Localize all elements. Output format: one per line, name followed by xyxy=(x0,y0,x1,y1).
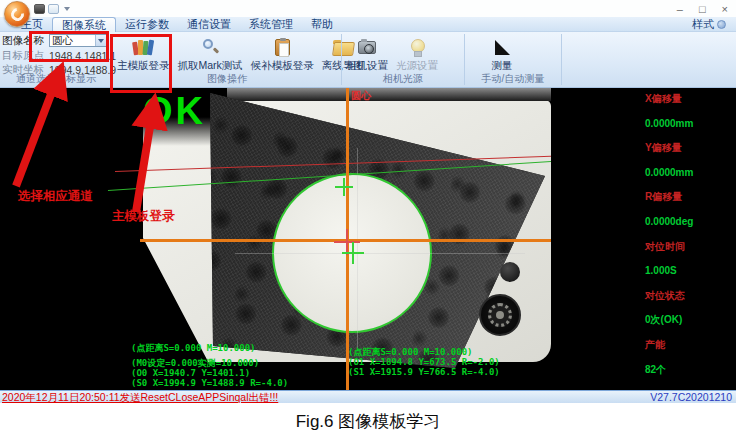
offset-y-label: Y偏移量 xyxy=(645,142,735,167)
page-shortcut-icon[interactable] xyxy=(48,4,59,14)
overlay-line: (点距离S=0.000 M=10.000) xyxy=(348,347,500,357)
camera-shortcut-icon[interactable] xyxy=(34,4,45,14)
ribbon-tab-row: 主页 图像系统 运行参数 通信设置 系统管理 帮助 样式 xyxy=(0,17,736,32)
style-label: 样式 xyxy=(692,17,714,32)
qat-dropdown-caret-icon[interactable] xyxy=(64,7,70,11)
bulb-icon xyxy=(411,36,423,58)
throughput-value: 82个 xyxy=(645,364,735,389)
align-status-label: 对位状态 xyxy=(645,290,735,315)
measure-button[interactable]: 测量 xyxy=(479,33,525,75)
fixture-knob-small xyxy=(500,262,520,282)
maximize-button[interactable]: □ xyxy=(699,4,706,15)
overlay-line: (S1 X=1915.9 Y=766.5 R=-4.0) xyxy=(348,367,500,377)
channel-name-overlay: 圆心 xyxy=(351,89,371,103)
measurement-panel: X偏移量 0.0000mm Y偏移量 0.0000mm R偏移量 0.0000d… xyxy=(645,93,735,388)
offset-x-label: X偏移量 xyxy=(645,93,735,118)
offset-r-value: 0.0000deg xyxy=(645,216,735,241)
offset-r-label: R偏移量 xyxy=(645,191,735,216)
figure-caption: Fig.6 图像模板学习 xyxy=(0,403,736,440)
status-bar: 2020年12月11日20:50:11发送ResetCLoseAPPSinqal… xyxy=(0,390,736,403)
annotation-box-template xyxy=(110,34,172,93)
quick-access-toolbar xyxy=(34,3,70,15)
tab-help[interactable]: 帮助 xyxy=(302,17,342,32)
annotation-template-note: 主模板登录 xyxy=(112,208,175,225)
window-controls: – □ × xyxy=(677,4,728,15)
tab-system-management[interactable]: 系统管理 xyxy=(240,17,302,32)
light-settings-button[interactable]: 光源设置 xyxy=(392,33,442,75)
camera-viewport: OK 圆心 (点距离S=0.000 M=10.000) (M0设定=0.000实… xyxy=(85,88,551,390)
camera-light-group: 相机设置 光源设置 相机光源 xyxy=(342,32,464,87)
throughput-label: 产能 xyxy=(645,339,735,364)
orb-swirl-icon xyxy=(8,5,26,23)
style-menu-button[interactable]: 样式 xyxy=(692,17,726,32)
offset-y-value: 0.0000mm xyxy=(645,167,735,192)
main-area: OK 圆心 (点距离S=0.000 M=10.000) (M0设定=0.000实… xyxy=(0,88,736,390)
gray-guide-horizontal xyxy=(235,253,525,254)
overlay-line: (O1 X=1894.8 Y=673.5 R=-2.0) xyxy=(348,357,500,367)
align-status-value: 0次(OK) xyxy=(645,314,735,339)
tab-image-system[interactable]: 图像系统 xyxy=(52,17,116,32)
annotation-channel-note: 选择相应通道 xyxy=(18,188,93,205)
magnifier-icon xyxy=(201,36,219,58)
green-cross-marker xyxy=(342,242,364,264)
caption-text: Fig.6 图像模板学习 xyxy=(296,410,441,433)
style-icon xyxy=(717,20,726,29)
app-menu-orb[interactable] xyxy=(4,1,30,27)
minimize-button[interactable]: – xyxy=(677,4,683,15)
overlay-line: (点距离S=0.000 M=10.000) xyxy=(131,343,288,353)
tab-communication[interactable]: 通信设置 xyxy=(178,17,240,32)
left-overlay-readout: (点距离S=0.000 M=10.000) (M0设定=0.000实测=10.0… xyxy=(131,343,288,388)
title-bar: – □ × xyxy=(0,0,736,17)
ruler-icon xyxy=(495,36,510,58)
group-label-measure: 手动/自动测量 xyxy=(465,72,561,86)
align-time-label: 对位时间 xyxy=(645,241,735,266)
tab-run-parameters[interactable]: 运行参数 xyxy=(116,17,178,32)
backup-template-login-button[interactable]: 候补模板登录 xyxy=(247,33,318,75)
measure-group: 测量 手动/自动测量 xyxy=(465,32,561,87)
application-window: – □ × 主页 图像系统 运行参数 通信设置 系统管理 帮助 样式 图像名称 … xyxy=(0,0,736,440)
align-time-value: 1.000S xyxy=(645,265,735,290)
close-button[interactable]: × xyxy=(722,4,728,15)
group-separator xyxy=(561,34,562,85)
result-ok-text: OK xyxy=(143,90,206,132)
grab-mark-test-button[interactable]: 抓取Mark测试 xyxy=(174,33,247,75)
group-label-camera-light: 相机光源 xyxy=(342,72,464,86)
group-label-channel: 通道选择坐标显示 xyxy=(0,72,112,86)
annotation-box-channel xyxy=(29,31,109,62)
clipboard-icon xyxy=(275,36,290,58)
offset-x-value: 0.0000mm xyxy=(645,118,735,143)
green-cross-marker-upper xyxy=(335,178,353,196)
overlay-line: (S0 X=1994.9 Y=1488.9 R=-4.0) xyxy=(131,378,288,388)
overlay-line: (M0设定=0.000实测=10.000) xyxy=(131,358,288,368)
overlay-line: (O0 X=1940.7 Y=1401.1) xyxy=(131,368,288,378)
right-overlay-readout: (点距离S=0.000 M=10.000) (O1 X=1894.8 Y=673… xyxy=(348,347,500,377)
camera-icon xyxy=(358,36,376,58)
camera-settings-button[interactable]: 相机设置 xyxy=(342,33,392,75)
fixture-knob-large xyxy=(479,294,521,336)
